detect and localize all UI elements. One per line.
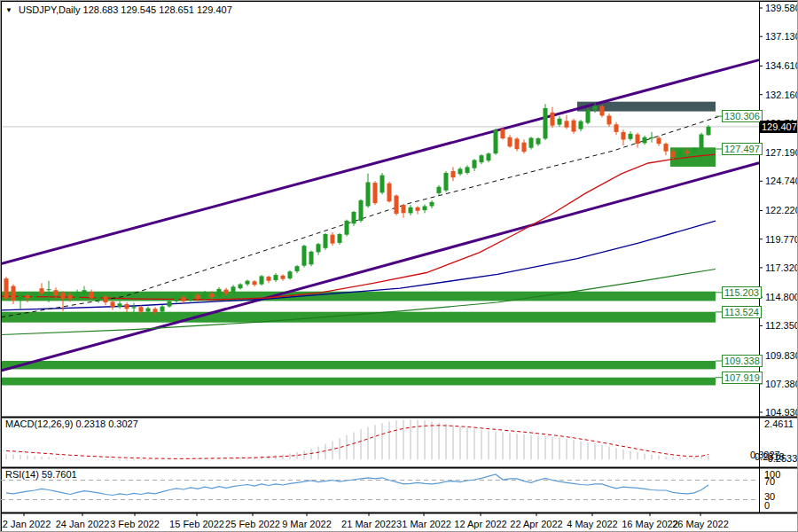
support-band (1, 312, 716, 323)
candle (239, 283, 243, 289)
candle (451, 167, 456, 181)
candle (324, 233, 328, 250)
candle (643, 136, 647, 145)
support-band (1, 378, 716, 386)
price-tick-label[interactable]: 139.580 (765, 3, 798, 13)
date-tick-label[interactable]: 21 Mar 2022 (341, 519, 396, 529)
candle (281, 274, 286, 280)
candle (387, 182, 392, 203)
rsi-scale-label: 70 (764, 476, 775, 487)
date-tick-label[interactable]: 26 May 2022 (672, 519, 729, 529)
price-tick-label[interactable]: 127.190 (765, 147, 798, 158)
candle (664, 143, 669, 156)
candle (118, 301, 122, 309)
candle (111, 300, 115, 310)
ohlc-values: 128.683 129.545 128.651 129.407 (83, 4, 232, 15)
candle (416, 207, 420, 215)
candle (458, 167, 463, 176)
chart-canvas[interactable] (1, 1, 798, 532)
price-level-label: 130.306 (722, 110, 763, 122)
candle (75, 290, 80, 301)
date-tick-label[interactable]: 24 Jan 2022 (56, 519, 110, 529)
date-tick-label[interactable]: 31 Mar 2022 (396, 519, 451, 529)
candle (579, 120, 583, 131)
date-tick-label[interactable]: 3 Feb 2022 (110, 519, 160, 529)
candle (614, 122, 619, 136)
candle (90, 290, 94, 300)
candle (636, 133, 640, 148)
date-tick-label[interactable]: 9 Mar 2022 (282, 519, 332, 529)
candle (366, 174, 371, 208)
candle (352, 211, 356, 226)
date-tick-label[interactable]: 22 Apr 2022 (510, 519, 562, 529)
support-band (1, 292, 716, 301)
price-level-label: 115.203 (722, 286, 762, 299)
symbol-timeframe: USDJPY,Daily (19, 4, 81, 15)
price-tick-label[interactable]: 117.320 (765, 262, 798, 273)
candle (508, 135, 512, 148)
candle (345, 220, 349, 237)
price-level-label: 127.497 (722, 143, 763, 155)
price-tick-label[interactable]: 132.160 (765, 90, 798, 100)
candle (246, 279, 250, 286)
candle (572, 119, 576, 134)
candle (600, 105, 605, 117)
candle (253, 280, 257, 286)
candle (650, 132, 654, 143)
rsi-indicator-label: RSI(14) 59.7601 (5, 469, 77, 480)
price-tick-label[interactable]: 114.800 (765, 292, 798, 302)
candle (430, 200, 434, 208)
ma-slow-line (1, 270, 716, 335)
support-band (1, 361, 716, 369)
candle (260, 275, 264, 286)
symbol-dropdown-icon[interactable]: ▼ (5, 6, 12, 14)
date-tick-label[interactable]: 15 Feb 2022 (169, 519, 224, 529)
candle (302, 245, 307, 268)
candle (338, 233, 342, 245)
date-tick-label[interactable]: 16 May 2022 (622, 519, 678, 529)
date-tick-label[interactable]: 12 Jan 2022 (0, 519, 51, 529)
candle (309, 251, 314, 267)
ma-fast-line (1, 154, 716, 300)
candle (529, 137, 534, 149)
candle (380, 173, 385, 194)
date-tick-label[interactable]: 12 Apr 2022 (454, 519, 506, 529)
price-tick-label[interactable]: 122.220 (765, 205, 798, 215)
channel-upper-line (1, 60, 759, 264)
candle (607, 113, 612, 127)
candle (544, 104, 548, 140)
price-tick-label[interactable]: 124.740 (765, 176, 798, 186)
price-tick-label[interactable]: 137.130 (765, 31, 798, 42)
candle (359, 200, 364, 223)
candle (373, 181, 378, 205)
candle (125, 302, 129, 312)
candle (536, 137, 541, 146)
chart-window: ▼ USDJPY,Daily 128.683 129.545 128.651 1… (0, 0, 798, 532)
price-level-label: 113.524 (722, 306, 762, 318)
candle (423, 205, 427, 214)
candle (622, 129, 626, 145)
date-tick-label[interactable]: 25 Feb 2022 (225, 519, 280, 529)
price-tick-label[interactable]: 112.350 (765, 320, 798, 331)
price-tick-label[interactable]: 109.830 (765, 350, 798, 361)
date-tick-label[interactable]: 4 May 2022 (567, 519, 617, 529)
candle (402, 204, 406, 218)
candle (12, 285, 16, 304)
candle (494, 129, 498, 155)
candle (657, 137, 661, 146)
chart-title: ▼ USDJPY,Daily 128.683 129.545 128.651 1… (5, 4, 232, 15)
price-tick-label[interactable]: 104.930 (765, 407, 798, 418)
candle (551, 107, 555, 129)
candle (629, 131, 633, 141)
candle (522, 140, 527, 154)
candle (487, 153, 491, 162)
candle (558, 116, 562, 127)
price-tick-label[interactable]: 107.380 (765, 379, 798, 389)
candle (444, 171, 449, 192)
current-price-badge: 129.407 (760, 121, 798, 133)
candle (295, 265, 300, 273)
candle (132, 303, 137, 313)
candle (501, 128, 505, 139)
price-tick-label[interactable]: 134.610 (765, 60, 798, 71)
price-tick-label[interactable]: 119.770 (765, 234, 798, 245)
